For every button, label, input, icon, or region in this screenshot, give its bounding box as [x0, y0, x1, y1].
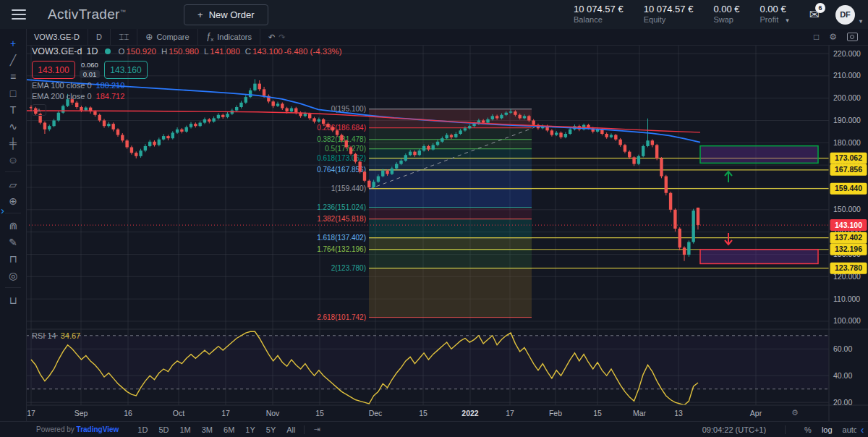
tool-crosshair-icon[interactable]: + — [4, 35, 22, 51]
bid-button[interactable]: 143.100 — [32, 61, 75, 79]
rsi-band — [26, 336, 829, 389]
candle-body — [491, 116, 494, 119]
chevron-down-icon: ▾ — [859, 18, 862, 25]
tool-ruler-icon[interactable]: ▱ — [4, 176, 22, 192]
change-value: -6.480 (-4.33%) — [284, 47, 342, 56]
interval-button[interactable]: D — [88, 29, 111, 45]
auto-scale-button[interactable]: auto — [843, 425, 858, 434]
fx-icon: ƒx — [206, 31, 214, 43]
new-order-button[interactable]: +New Order — [184, 4, 268, 25]
candle-body — [569, 130, 571, 134]
price-axis[interactable] — [829, 45, 868, 405]
timeframe-1y[interactable]: 1Y — [245, 425, 255, 434]
toolbar-divider — [5, 287, 21, 288]
time-axis-settings-gear-icon[interactable]: ⚙ — [791, 408, 799, 417]
tool-shapes-icon[interactable]: □ — [4, 85, 22, 101]
candle-body — [198, 123, 201, 127]
market-open-dot — [105, 48, 111, 54]
expand-panel-chevron-icon[interactable]: › — [0, 203, 5, 218]
tool-forecast-icon[interactable]: ╪ — [4, 135, 22, 151]
collapse-legend-button[interactable]: ∧ — [32, 104, 46, 116]
timeframe-3m[interactable]: 3M — [202, 425, 213, 434]
collapse-bar-chevron-icon[interactable]: ‹ — [856, 422, 868, 437]
tool-trend-line-icon[interactable]: ╱ — [4, 51, 22, 68]
indicators-button[interactable]: ƒxIndicators — [198, 29, 260, 45]
chart-legend: VOW3.GE-d 1D O150.920 H150.980 L141.080 … — [32, 46, 342, 116]
drawing-toolbar: +╱≡□T∿╪☺▱⊕⋒✎⊓◎⊔ — [0, 29, 27, 422]
candle-body — [445, 135, 448, 139]
log-scale-button[interactable]: log — [822, 425, 833, 434]
chevron-down-icon[interactable]: ▾ — [786, 17, 789, 24]
tool-remove-drawings-icon[interactable]: ⊔ — [4, 292, 22, 308]
timeframe-all[interactable]: All — [286, 425, 295, 434]
candle-body — [673, 210, 676, 229]
tool-draw-mode-icon[interactable]: ✎ — [4, 234, 22, 250]
timeframe-1d[interactable]: 1D — [137, 425, 148, 434]
drawing-rectangle[interactable] — [700, 146, 818, 164]
tool-hide-drawings-icon[interactable]: ◎ — [4, 267, 22, 284]
candle-body — [422, 146, 425, 150]
candle-body — [43, 123, 46, 130]
candle-body — [103, 120, 106, 126]
candle-body — [386, 171, 388, 174]
tool-pattern-xabcd-icon[interactable]: ∿ — [4, 118, 22, 135]
screenshot-camera-icon[interactable] — [847, 33, 858, 41]
spread-value: 0.060 — [81, 61, 98, 69]
tool-zoom-in-icon[interactable]: ⊕ — [4, 192, 22, 209]
candle-body — [377, 177, 380, 182]
tool-lock-drawings-icon[interactable]: ⊓ — [4, 250, 22, 267]
candle-body — [624, 145, 626, 151]
chart-style-button[interactable]: ⌶⌶ — [111, 29, 137, 45]
candle-body — [519, 115, 522, 119]
avatar[interactable]: DF▾ — [835, 5, 855, 25]
compare-button[interactable]: ⊕Compare — [137, 29, 197, 45]
compare-icon: ⊕ — [145, 32, 153, 42]
symbol-legend-row[interactable]: VOW3.GE-d 1D O150.920 H150.980 L141.080 … — [32, 46, 342, 56]
timeframe-5d[interactable]: 5D — [158, 425, 169, 434]
fib-band — [369, 250, 532, 268]
tool-text-tool-icon[interactable]: T — [4, 101, 22, 118]
candle-body — [185, 127, 188, 132]
candle-body — [642, 146, 644, 156]
fib-level-label: 1.382(145.818) — [317, 215, 366, 223]
fib-level-label: 2.618(101.742) — [317, 313, 366, 321]
drawing-rectangle[interactable] — [700, 250, 818, 264]
tradingview-link[interactable]: TradingView — [77, 425, 119, 433]
timeframe-6m[interactable]: 6M — [224, 425, 234, 434]
rsi-legend[interactable]: RSI 1434.67 — [32, 331, 80, 340]
main-menu-icon[interactable] — [12, 9, 26, 20]
symbol-button[interactable]: VOW3.GE-D — [26, 29, 88, 45]
tool-emoji-icon[interactable]: ☺ — [4, 151, 22, 168]
ask-button[interactable]: 143.160 — [104, 61, 148, 79]
ohlc-values: O150.920 H150.980 L141.080 C143.100 -6.4… — [118, 47, 341, 56]
timeframe-5y[interactable]: 5Y — [266, 425, 276, 434]
undo-icon[interactable]: ↶ — [268, 33, 275, 42]
time-axis[interactable] — [26, 405, 829, 422]
candle-body — [660, 158, 663, 177]
candle-body — [312, 118, 315, 122]
candle-body — [687, 242, 690, 255]
chart-settings-gear-icon[interactable]: ⚙ — [829, 32, 837, 42]
candle-body — [472, 124, 475, 126]
candle-body — [486, 119, 489, 123]
candle-body — [500, 115, 503, 119]
mail-icon[interactable]: ✉6 — [809, 7, 820, 22]
panel-layout-icon[interactable]: □ — [814, 32, 819, 42]
ema200-legend[interactable]: EMA 200 close 0184.712 — [32, 92, 342, 101]
ema100-legend[interactable]: EMA 100 close 0180.210 — [32, 81, 342, 90]
timeframe-1m[interactable]: 1M — [179, 425, 190, 434]
timeframe-buttons: 1D5D1M3M6M1Y5YAll — [137, 425, 295, 434]
activtrader-app: 0(195.100)0.236(186.684)0.382(181.478)0.… — [0, 0, 868, 437]
spread: 0.060 0.01 — [75, 61, 104, 79]
percent-scale-button[interactable]: % — [804, 425, 812, 434]
tool-magnet-icon[interactable]: ⋒ — [4, 217, 22, 234]
candle-body — [637, 156, 640, 164]
candle-body — [632, 157, 635, 164]
redo-icon[interactable]: ↷ — [278, 33, 285, 42]
tool-fib-retracement-icon[interactable]: ≡ — [4, 68, 22, 85]
candle-body — [646, 140, 649, 146]
candle-body — [171, 132, 174, 138]
candle-body — [614, 135, 617, 140]
candle-body — [331, 127, 334, 131]
goto-date-icon[interactable]: ⇥ — [313, 425, 320, 434]
